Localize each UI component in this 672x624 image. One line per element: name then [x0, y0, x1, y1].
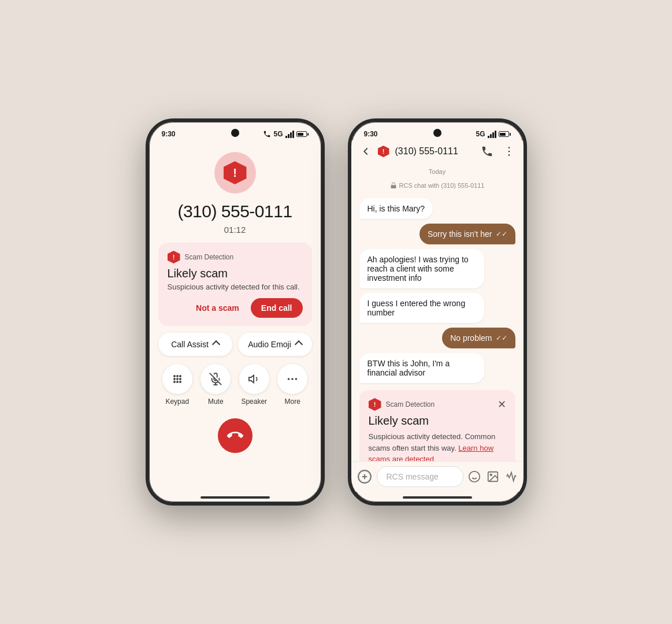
phone-1: 9:30 5G (310) 555-0111 01	[146, 118, 325, 506]
call-controls: Keypad Mute	[158, 364, 312, 406]
front-camera-2	[433, 129, 441, 137]
check-icon-5: ✓✓	[496, 334, 507, 342]
call-assist-label: Call Assist	[171, 340, 209, 349]
svg-point-7	[176, 381, 179, 383]
more-icon	[286, 373, 299, 385]
message-4: I guess I entered the wrong number	[359, 293, 484, 323]
rcs-label: RCS chat with (310) 555-0111	[359, 182, 515, 189]
svg-rect-19	[391, 185, 396, 189]
status-time-1: 9:30	[162, 130, 176, 138]
audio-emoji-pill[interactable]: Audio Emoji	[238, 333, 312, 356]
svg-point-0	[173, 375, 176, 377]
mute-control[interactable]: Mute	[201, 364, 231, 406]
caller-avatar	[214, 152, 256, 194]
caller-number-1: (310) 555-0111	[177, 202, 292, 221]
speaker-control[interactable]: Speaker	[239, 364, 269, 406]
mute-label: Mute	[208, 398, 224, 406]
scam-card-desc-2: Suspicious activity detected. Common sca…	[369, 431, 506, 461]
status-right-2: 5G	[476, 130, 510, 138]
message-2: Sorry this isn't her ✓✓	[419, 224, 515, 244]
status-right-1: 5G	[263, 130, 308, 138]
call-icon[interactable]	[481, 145, 493, 158]
svg-point-23	[469, 471, 479, 482]
svg-point-4	[176, 378, 179, 380]
end-call-button[interactable]: End call	[251, 298, 303, 318]
back-icon[interactable]	[359, 145, 372, 158]
audio-emoji-chevron	[295, 340, 303, 348]
more-control[interactable]: More	[277, 364, 307, 406]
msg-text-1: Hi, is this Mary?	[367, 204, 425, 213]
keypad-label: Keypad	[165, 398, 189, 406]
battery-1	[296, 131, 309, 137]
home-indicator-2	[403, 496, 472, 499]
msg-text-2: Sorry this isn't her	[428, 229, 492, 239]
msg-text-4: I guess I entered the wrong number	[367, 299, 466, 317]
more-icon-circle	[277, 364, 307, 394]
svg-point-3	[173, 378, 176, 380]
mute-icon-circle	[201, 364, 231, 394]
network-type-1: 5G	[273, 130, 283, 138]
msg-text-6: BTW this is John, I'm a financial adviso…	[367, 359, 450, 377]
svg-point-17	[508, 151, 510, 153]
keypad-control[interactable]: Keypad	[162, 364, 192, 406]
emoji-icon[interactable]	[468, 470, 481, 483]
svg-point-13	[288, 378, 290, 380]
battery-2	[499, 131, 511, 137]
messages-screen: (310) 555-0111 Today	[351, 140, 524, 492]
not-a-scam-button-1[interactable]: Not a scam	[190, 300, 245, 316]
check-icon-2: ✓✓	[496, 230, 507, 238]
scam-card-label-1: Scam Detection	[185, 253, 234, 261]
scam-detection-card-2: Scam Detection ✕ Likely scam Suspicious …	[359, 390, 515, 461]
msg-text-5: No problem	[450, 333, 492, 343]
call-duration: 01:12	[224, 225, 246, 235]
message-3: Ah apologies! I was trying to reach a cl…	[359, 249, 484, 288]
signal-bars-1	[285, 131, 294, 138]
status-time-2: 9:30	[364, 130, 378, 138]
scam-card-header-1: Scam Detection	[168, 251, 303, 263]
scam-badge-header	[378, 146, 389, 157]
input-icons	[468, 470, 518, 483]
message-input[interactable]: RCS message	[377, 466, 463, 487]
phone-2: 9:30 5G (310) 555-0111	[348, 118, 527, 506]
scam-card-status-1: Likely scam	[168, 267, 303, 280]
scam-card-desc-1: Suspicious activity detected for this ca…	[168, 283, 303, 291]
assist-row: Call Assist Audio Emoji	[158, 333, 312, 356]
phone-status-icon	[263, 130, 271, 138]
scam-detection-card-1: Scam Detection Likely scam Suspicious ac…	[158, 243, 312, 326]
message-5: No problem ✓✓	[442, 328, 515, 348]
home-indicator-1	[201, 496, 270, 499]
network-type-2: 5G	[476, 130, 485, 138]
call-assist-pill[interactable]: Call Assist	[158, 333, 232, 356]
msg-text-3: Ah apologies! I was trying to reach a cl…	[367, 255, 469, 283]
scam-card-close-button[interactable]: ✕	[497, 399, 506, 410]
svg-point-15	[295, 378, 298, 380]
scam-card-left: Scam Detection	[369, 398, 435, 411]
svg-point-8	[179, 381, 181, 383]
contact-number: (310) 555-0111	[395, 146, 458, 157]
speaker-label: Speaker	[241, 398, 267, 406]
more-vert-icon[interactable]	[503, 145, 515, 158]
msg-header-icons	[481, 145, 515, 158]
scam-icon-large	[224, 161, 247, 184]
more-label: More	[285, 398, 300, 406]
date-label: Today	[359, 168, 515, 175]
message-1: Hi, is this Mary?	[359, 198, 433, 219]
messages-header: (310) 555-0111	[351, 140, 524, 162]
end-call-red-button[interactable]	[218, 418, 253, 453]
audio-emoji-label: Audio Emoji	[248, 340, 291, 349]
call-screen: (310) 555-0111 01:12 Scam Detection Like…	[149, 140, 321, 492]
image-icon[interactable]	[487, 470, 499, 483]
keypad-icon	[171, 373, 184, 385]
signal-bars-2	[488, 131, 496, 138]
svg-point-5	[179, 378, 181, 380]
rcs-label-text: RCS chat with (310) 555-0111	[399, 182, 485, 189]
scam-card-actions-1: Not a scam End call	[168, 298, 303, 318]
scam-card-label-2: Scam Detection	[386, 400, 435, 408]
voice-icon[interactable]	[505, 470, 518, 483]
add-icon[interactable]	[357, 469, 372, 484]
mute-icon	[209, 373, 222, 385]
scam-card-msg-header: Scam Detection ✕	[369, 398, 506, 411]
svg-point-14	[291, 378, 294, 380]
scam-badge-1	[168, 251, 180, 263]
svg-point-27	[490, 474, 492, 476]
